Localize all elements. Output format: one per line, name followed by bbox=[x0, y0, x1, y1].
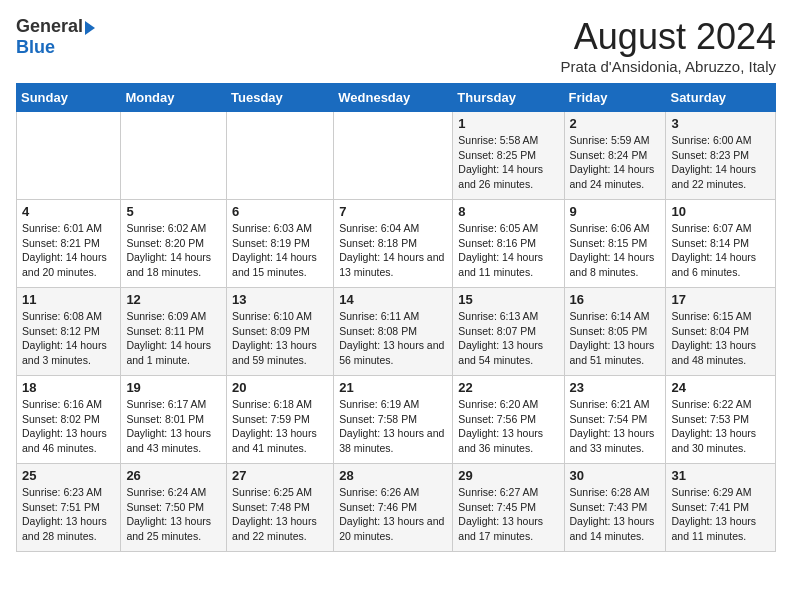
calendar-cell: 26Sunrise: 6:24 AM Sunset: 7:50 PM Dayli… bbox=[121, 464, 227, 552]
day-info: Sunrise: 6:28 AM Sunset: 7:43 PM Dayligh… bbox=[570, 485, 661, 544]
day-info: Sunrise: 6:11 AM Sunset: 8:08 PM Dayligh… bbox=[339, 309, 447, 368]
day-number: 30 bbox=[570, 468, 661, 483]
calendar-cell: 22Sunrise: 6:20 AM Sunset: 7:56 PM Dayli… bbox=[453, 376, 564, 464]
day-number: 25 bbox=[22, 468, 115, 483]
calendar-cell bbox=[17, 112, 121, 200]
day-number: 4 bbox=[22, 204, 115, 219]
day-number: 9 bbox=[570, 204, 661, 219]
day-info: Sunrise: 6:18 AM Sunset: 7:59 PM Dayligh… bbox=[232, 397, 328, 456]
day-info: Sunrise: 6:15 AM Sunset: 8:04 PM Dayligh… bbox=[671, 309, 770, 368]
calendar-cell: 19Sunrise: 6:17 AM Sunset: 8:01 PM Dayli… bbox=[121, 376, 227, 464]
day-number: 8 bbox=[458, 204, 558, 219]
calendar-cell: 30Sunrise: 6:28 AM Sunset: 7:43 PM Dayli… bbox=[564, 464, 666, 552]
calendar-cell: 14Sunrise: 6:11 AM Sunset: 8:08 PM Dayli… bbox=[334, 288, 453, 376]
page-subtitle: Prata d'Ansidonia, Abruzzo, Italy bbox=[561, 58, 777, 75]
day-number: 15 bbox=[458, 292, 558, 307]
day-info: Sunrise: 6:16 AM Sunset: 8:02 PM Dayligh… bbox=[22, 397, 115, 456]
calendar-cell bbox=[121, 112, 227, 200]
calendar-cell: 10Sunrise: 6:07 AM Sunset: 8:14 PM Dayli… bbox=[666, 200, 776, 288]
day-info: Sunrise: 6:26 AM Sunset: 7:46 PM Dayligh… bbox=[339, 485, 447, 544]
day-number: 13 bbox=[232, 292, 328, 307]
calendar-cell: 4Sunrise: 6:01 AM Sunset: 8:21 PM Daylig… bbox=[17, 200, 121, 288]
day-number: 14 bbox=[339, 292, 447, 307]
calendar-cell: 28Sunrise: 6:26 AM Sunset: 7:46 PM Dayli… bbox=[334, 464, 453, 552]
col-header-thursday: Thursday bbox=[453, 84, 564, 112]
calendar-cell: 20Sunrise: 6:18 AM Sunset: 7:59 PM Dayli… bbox=[227, 376, 334, 464]
day-number: 26 bbox=[126, 468, 221, 483]
day-info: Sunrise: 6:20 AM Sunset: 7:56 PM Dayligh… bbox=[458, 397, 558, 456]
calendar-cell: 12Sunrise: 6:09 AM Sunset: 8:11 PM Dayli… bbox=[121, 288, 227, 376]
calendar-cell: 5Sunrise: 6:02 AM Sunset: 8:20 PM Daylig… bbox=[121, 200, 227, 288]
day-number: 11 bbox=[22, 292, 115, 307]
calendar-cell: 13Sunrise: 6:10 AM Sunset: 8:09 PM Dayli… bbox=[227, 288, 334, 376]
logo-blue-text: Blue bbox=[16, 37, 55, 58]
calendar-cell: 29Sunrise: 6:27 AM Sunset: 7:45 PM Dayli… bbox=[453, 464, 564, 552]
calendar-cell: 18Sunrise: 6:16 AM Sunset: 8:02 PM Dayli… bbox=[17, 376, 121, 464]
day-info: Sunrise: 6:01 AM Sunset: 8:21 PM Dayligh… bbox=[22, 221, 115, 280]
calendar-cell: 3Sunrise: 6:00 AM Sunset: 8:23 PM Daylig… bbox=[666, 112, 776, 200]
day-info: Sunrise: 6:14 AM Sunset: 8:05 PM Dayligh… bbox=[570, 309, 661, 368]
day-info: Sunrise: 6:06 AM Sunset: 8:15 PM Dayligh… bbox=[570, 221, 661, 280]
day-number: 10 bbox=[671, 204, 770, 219]
day-number: 18 bbox=[22, 380, 115, 395]
day-info: Sunrise: 6:21 AM Sunset: 7:54 PM Dayligh… bbox=[570, 397, 661, 456]
day-info: Sunrise: 6:25 AM Sunset: 7:48 PM Dayligh… bbox=[232, 485, 328, 544]
day-number: 1 bbox=[458, 116, 558, 131]
day-info: Sunrise: 6:03 AM Sunset: 8:19 PM Dayligh… bbox=[232, 221, 328, 280]
day-number: 29 bbox=[458, 468, 558, 483]
day-number: 19 bbox=[126, 380, 221, 395]
day-info: Sunrise: 6:27 AM Sunset: 7:45 PM Dayligh… bbox=[458, 485, 558, 544]
calendar-cell: 21Sunrise: 6:19 AM Sunset: 7:58 PM Dayli… bbox=[334, 376, 453, 464]
day-info: Sunrise: 6:22 AM Sunset: 7:53 PM Dayligh… bbox=[671, 397, 770, 456]
calendar-cell bbox=[334, 112, 453, 200]
day-info: Sunrise: 6:07 AM Sunset: 8:14 PM Dayligh… bbox=[671, 221, 770, 280]
day-info: Sunrise: 6:10 AM Sunset: 8:09 PM Dayligh… bbox=[232, 309, 328, 368]
day-number: 2 bbox=[570, 116, 661, 131]
calendar-cell: 24Sunrise: 6:22 AM Sunset: 7:53 PM Dayli… bbox=[666, 376, 776, 464]
calendar-cell bbox=[227, 112, 334, 200]
day-info: Sunrise: 6:29 AM Sunset: 7:41 PM Dayligh… bbox=[671, 485, 770, 544]
col-header-saturday: Saturday bbox=[666, 84, 776, 112]
day-info: Sunrise: 6:09 AM Sunset: 8:11 PM Dayligh… bbox=[126, 309, 221, 368]
calendar-cell: 23Sunrise: 6:21 AM Sunset: 7:54 PM Dayli… bbox=[564, 376, 666, 464]
col-header-friday: Friday bbox=[564, 84, 666, 112]
day-info: Sunrise: 6:24 AM Sunset: 7:50 PM Dayligh… bbox=[126, 485, 221, 544]
calendar-cell: 11Sunrise: 6:08 AM Sunset: 8:12 PM Dayli… bbox=[17, 288, 121, 376]
calendar-cell: 27Sunrise: 6:25 AM Sunset: 7:48 PM Dayli… bbox=[227, 464, 334, 552]
calendar-table: SundayMondayTuesdayWednesdayThursdayFrid… bbox=[16, 83, 776, 552]
day-number: 31 bbox=[671, 468, 770, 483]
logo: General Blue bbox=[16, 16, 95, 58]
calendar-cell: 1Sunrise: 5:58 AM Sunset: 8:25 PM Daylig… bbox=[453, 112, 564, 200]
calendar-cell: 9Sunrise: 6:06 AM Sunset: 8:15 PM Daylig… bbox=[564, 200, 666, 288]
day-info: Sunrise: 6:08 AM Sunset: 8:12 PM Dayligh… bbox=[22, 309, 115, 368]
day-info: Sunrise: 5:59 AM Sunset: 8:24 PM Dayligh… bbox=[570, 133, 661, 192]
calendar-cell: 7Sunrise: 6:04 AM Sunset: 8:18 PM Daylig… bbox=[334, 200, 453, 288]
day-info: Sunrise: 6:04 AM Sunset: 8:18 PM Dayligh… bbox=[339, 221, 447, 280]
day-number: 7 bbox=[339, 204, 447, 219]
day-number: 23 bbox=[570, 380, 661, 395]
day-info: Sunrise: 6:05 AM Sunset: 8:16 PM Dayligh… bbox=[458, 221, 558, 280]
col-header-sunday: Sunday bbox=[17, 84, 121, 112]
day-number: 6 bbox=[232, 204, 328, 219]
calendar-cell: 16Sunrise: 6:14 AM Sunset: 8:05 PM Dayli… bbox=[564, 288, 666, 376]
day-number: 5 bbox=[126, 204, 221, 219]
day-number: 3 bbox=[671, 116, 770, 131]
day-number: 16 bbox=[570, 292, 661, 307]
calendar-cell: 25Sunrise: 6:23 AM Sunset: 7:51 PM Dayli… bbox=[17, 464, 121, 552]
day-number: 24 bbox=[671, 380, 770, 395]
calendar-cell: 6Sunrise: 6:03 AM Sunset: 8:19 PM Daylig… bbox=[227, 200, 334, 288]
day-info: Sunrise: 6:02 AM Sunset: 8:20 PM Dayligh… bbox=[126, 221, 221, 280]
day-info: Sunrise: 5:58 AM Sunset: 8:25 PM Dayligh… bbox=[458, 133, 558, 192]
day-info: Sunrise: 6:17 AM Sunset: 8:01 PM Dayligh… bbox=[126, 397, 221, 456]
col-header-tuesday: Tuesday bbox=[227, 84, 334, 112]
logo-general-text: General bbox=[16, 16, 83, 37]
page-header: General Blue August 2024 Prata d'Ansidon… bbox=[16, 16, 776, 75]
page-title: August 2024 bbox=[561, 16, 777, 58]
day-number: 28 bbox=[339, 468, 447, 483]
col-header-monday: Monday bbox=[121, 84, 227, 112]
day-info: Sunrise: 6:19 AM Sunset: 7:58 PM Dayligh… bbox=[339, 397, 447, 456]
day-info: Sunrise: 6:13 AM Sunset: 8:07 PM Dayligh… bbox=[458, 309, 558, 368]
day-number: 17 bbox=[671, 292, 770, 307]
day-info: Sunrise: 6:23 AM Sunset: 7:51 PM Dayligh… bbox=[22, 485, 115, 544]
col-header-wednesday: Wednesday bbox=[334, 84, 453, 112]
